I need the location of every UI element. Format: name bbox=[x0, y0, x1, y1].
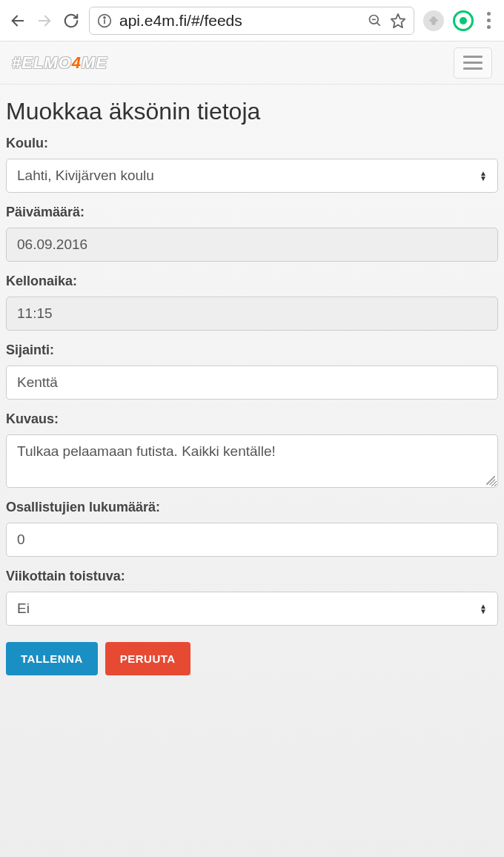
chevron-updown-icon: ▲▼ bbox=[480, 603, 487, 614]
browser-menu-button[interactable] bbox=[483, 12, 495, 29]
info-icon bbox=[97, 13, 112, 28]
date-label: Päivämäärä: bbox=[6, 205, 498, 220]
forward-button bbox=[36, 12, 53, 30]
description-textarea[interactable] bbox=[6, 434, 498, 488]
reload-button[interactable] bbox=[62, 12, 80, 30]
back-button[interactable] bbox=[9, 12, 27, 30]
participants-label: Osallistujien lukumäärä: bbox=[6, 500, 498, 515]
school-label: Koulu: bbox=[6, 136, 498, 151]
svg-line-7 bbox=[377, 22, 380, 25]
time-label: Kellonaika: bbox=[6, 274, 498, 289]
zoom-out-icon[interactable] bbox=[368, 13, 382, 28]
app-logo[interactable]: #ELMO4ME bbox=[12, 53, 107, 73]
date-field[interactable]: 06.09.2016 bbox=[6, 228, 498, 262]
extension-icon[interactable] bbox=[423, 10, 444, 31]
menu-toggle-button[interactable] bbox=[454, 47, 492, 79]
extension-green-icon[interactable] bbox=[453, 10, 474, 31]
location-label: Sijainti: bbox=[6, 343, 498, 358]
svg-marker-8 bbox=[391, 13, 405, 27]
cancel-button[interactable]: PERUUTA bbox=[105, 642, 190, 675]
address-bar[interactable]: api.e4m.fi/#/feeds bbox=[89, 7, 414, 35]
description-label: Kuvaus: bbox=[6, 411, 498, 427]
location-input[interactable]: Kenttä bbox=[6, 365, 498, 400]
participants-input[interactable]: 0 bbox=[6, 523, 498, 557]
chevron-updown-icon: ▲▼ bbox=[480, 171, 487, 181]
svg-point-4 bbox=[104, 16, 105, 18]
main-content: Muokkaa äksönin tietoja Koulu: Lahti, Ki… bbox=[0, 85, 504, 690]
page-title: Muokkaa äksönin tietoja bbox=[6, 90, 498, 136]
weekly-select[interactable]: Ei ▲▼ bbox=[6, 592, 498, 626]
url-text: api.e4m.fi/#/feeds bbox=[119, 12, 360, 30]
time-field[interactable]: 11:15 bbox=[6, 297, 498, 331]
school-select[interactable]: Lahti, Kivijärven koulu ▲▼ bbox=[6, 159, 498, 193]
star-icon[interactable] bbox=[390, 13, 406, 29]
weekly-label: Viikottain toistuva: bbox=[6, 569, 498, 584]
browser-toolbar: api.e4m.fi/#/feeds bbox=[0, 0, 504, 42]
save-button[interactable]: TALLENNA bbox=[6, 642, 98, 675]
app-navbar: #ELMO4ME bbox=[0, 42, 504, 85]
